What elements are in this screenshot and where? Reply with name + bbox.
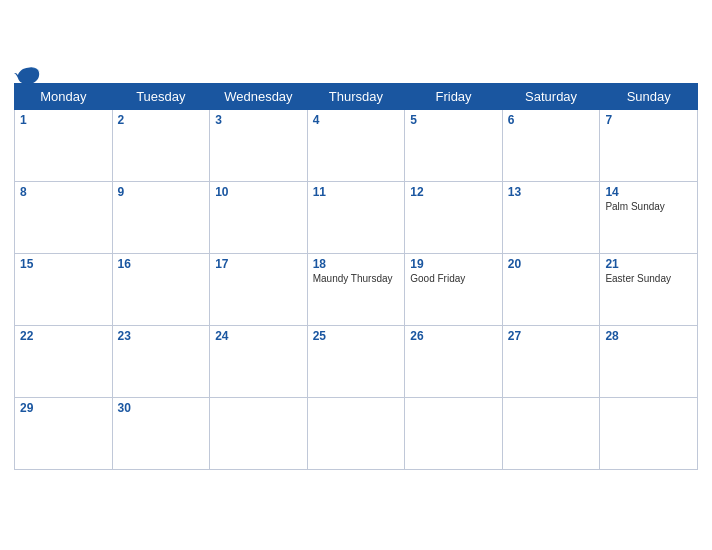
calendar-cell: 17 xyxy=(210,253,308,325)
day-number: 11 xyxy=(313,185,400,199)
weekday-header-sunday: Sunday xyxy=(600,83,698,109)
day-number: 25 xyxy=(313,329,400,343)
calendar-cell xyxy=(405,397,503,469)
calendar-cell: 16 xyxy=(112,253,210,325)
calendar-cell: 14Palm Sunday xyxy=(600,181,698,253)
calendar-cell: 13 xyxy=(502,181,600,253)
day-number: 29 xyxy=(20,401,107,415)
day-number: 30 xyxy=(118,401,205,415)
day-number: 28 xyxy=(605,329,692,343)
weekday-header-saturday: Saturday xyxy=(502,83,600,109)
calendar-cell: 23 xyxy=(112,325,210,397)
day-number: 1 xyxy=(20,113,107,127)
day-number: 27 xyxy=(508,329,595,343)
day-number: 12 xyxy=(410,185,497,199)
day-number: 17 xyxy=(215,257,302,271)
holiday-name: Good Friday xyxy=(410,273,497,284)
day-number: 26 xyxy=(410,329,497,343)
calendar-tbody: 1234567891011121314Palm Sunday15161718Ma… xyxy=(15,109,698,469)
day-number: 20 xyxy=(508,257,595,271)
day-number: 14 xyxy=(605,185,692,199)
weekday-header-wednesday: Wednesday xyxy=(210,83,308,109)
calendar-cell: 19Good Friday xyxy=(405,253,503,325)
calendar-cell: 27 xyxy=(502,325,600,397)
calendar-cell: 6 xyxy=(502,109,600,181)
calendar-cell: 4 xyxy=(307,109,405,181)
calendar-cell: 7 xyxy=(600,109,698,181)
calendar-cell: 15 xyxy=(15,253,113,325)
day-number: 21 xyxy=(605,257,692,271)
calendar-cell: 8 xyxy=(15,181,113,253)
calendar-container: MondayTuesdayWednesdayThursdayFridaySatu… xyxy=(0,67,712,484)
day-number: 4 xyxy=(313,113,400,127)
day-number: 9 xyxy=(118,185,205,199)
weekday-header-tuesday: Tuesday xyxy=(112,83,210,109)
weekday-header-row: MondayTuesdayWednesdayThursdayFridaySatu… xyxy=(15,83,698,109)
day-number: 8 xyxy=(20,185,107,199)
day-number: 15 xyxy=(20,257,107,271)
day-number: 13 xyxy=(508,185,595,199)
calendar-cell: 22 xyxy=(15,325,113,397)
day-number: 10 xyxy=(215,185,302,199)
calendar-cell: 11 xyxy=(307,181,405,253)
calendar-cell: 5 xyxy=(405,109,503,181)
calendar-cell xyxy=(210,397,308,469)
holiday-name: Easter Sunday xyxy=(605,273,692,284)
calendar-cell: 26 xyxy=(405,325,503,397)
week-row-2: 891011121314Palm Sunday xyxy=(15,181,698,253)
calendar-cell xyxy=(600,397,698,469)
calendar-cell: 29 xyxy=(15,397,113,469)
day-number: 22 xyxy=(20,329,107,343)
calendar-thead: MondayTuesdayWednesdayThursdayFridaySatu… xyxy=(15,83,698,109)
calendar-cell: 25 xyxy=(307,325,405,397)
logo-area xyxy=(14,66,44,88)
day-number: 23 xyxy=(118,329,205,343)
calendar-cell: 21Easter Sunday xyxy=(600,253,698,325)
calendar-cell xyxy=(307,397,405,469)
calendar-cell: 3 xyxy=(210,109,308,181)
calendar-cell: 20 xyxy=(502,253,600,325)
day-number: 3 xyxy=(215,113,302,127)
calendar-cell: 2 xyxy=(112,109,210,181)
calendar-cell: 18Maundy Thursday xyxy=(307,253,405,325)
calendar-cell: 30 xyxy=(112,397,210,469)
day-number: 16 xyxy=(118,257,205,271)
day-number: 6 xyxy=(508,113,595,127)
logo-bird-icon xyxy=(14,66,42,88)
day-number: 2 xyxy=(118,113,205,127)
week-row-5: 2930 xyxy=(15,397,698,469)
calendar-cell: 1 xyxy=(15,109,113,181)
day-number: 7 xyxy=(605,113,692,127)
holiday-name: Maundy Thursday xyxy=(313,273,400,284)
day-number: 5 xyxy=(410,113,497,127)
weekday-header-thursday: Thursday xyxy=(307,83,405,109)
calendar-cell: 10 xyxy=(210,181,308,253)
day-number: 18 xyxy=(313,257,400,271)
week-row-1: 1234567 xyxy=(15,109,698,181)
weekday-header-friday: Friday xyxy=(405,83,503,109)
calendar-cell: 12 xyxy=(405,181,503,253)
week-row-3: 15161718Maundy Thursday19Good Friday2021… xyxy=(15,253,698,325)
calendar-grid: MondayTuesdayWednesdayThursdayFridaySatu… xyxy=(14,83,698,470)
calendar-cell: 9 xyxy=(112,181,210,253)
calendar-cell: 28 xyxy=(600,325,698,397)
calendar-cell xyxy=(502,397,600,469)
week-row-4: 22232425262728 xyxy=(15,325,698,397)
day-number: 24 xyxy=(215,329,302,343)
calendar-cell: 24 xyxy=(210,325,308,397)
day-number: 19 xyxy=(410,257,497,271)
holiday-name: Palm Sunday xyxy=(605,201,692,212)
